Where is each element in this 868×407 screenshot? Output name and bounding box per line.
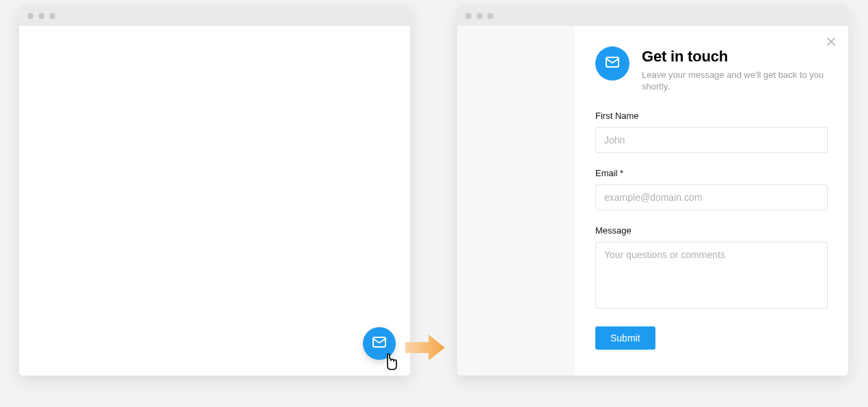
mail-icon: [604, 54, 621, 73]
email-label: Email *: [595, 168, 828, 178]
message-input[interactable]: [595, 242, 828, 309]
browser-body: Get in touch Leave your message and we'l…: [457, 26, 848, 376]
submit-button[interactable]: Submit: [595, 326, 655, 350]
window-dot: [27, 13, 33, 19]
panel-title: Get in touch: [642, 48, 828, 66]
window-dot: [476, 13, 483, 19]
field-message: Message: [595, 225, 828, 311]
field-email: Email *: [595, 168, 828, 210]
transition-arrow-icon: [404, 333, 446, 362]
panel-header: Get in touch Leave your message and we'l…: [595, 46, 828, 93]
close-icon: [826, 37, 836, 49]
browser-expanded: Get in touch Leave your message and we'l…: [457, 5, 848, 376]
window-dot: [487, 13, 493, 19]
message-label: Message: [595, 225, 828, 236]
browser-body: [19, 26, 410, 376]
first-name-input[interactable]: [595, 127, 828, 153]
window-dot: [38, 13, 44, 19]
close-button[interactable]: [825, 37, 837, 49]
window-dot: [465, 13, 472, 19]
panel-subtitle: Leave your message and we'll get back to…: [642, 70, 828, 93]
pointer-cursor-icon: [381, 351, 401, 370]
contact-panel: Get in touch Leave your message and we'l…: [575, 26, 848, 376]
window-dot: [49, 13, 55, 19]
browser-collapsed: [19, 5, 410, 376]
window-titlebar: [457, 5, 848, 26]
panel-icon-badge: [595, 46, 629, 81]
first-name-label: First Name: [595, 111, 828, 121]
window-titlebar: [19, 5, 410, 26]
mail-icon: [371, 334, 388, 353]
field-first-name: First Name: [595, 111, 828, 153]
email-input[interactable]: [595, 184, 828, 210]
